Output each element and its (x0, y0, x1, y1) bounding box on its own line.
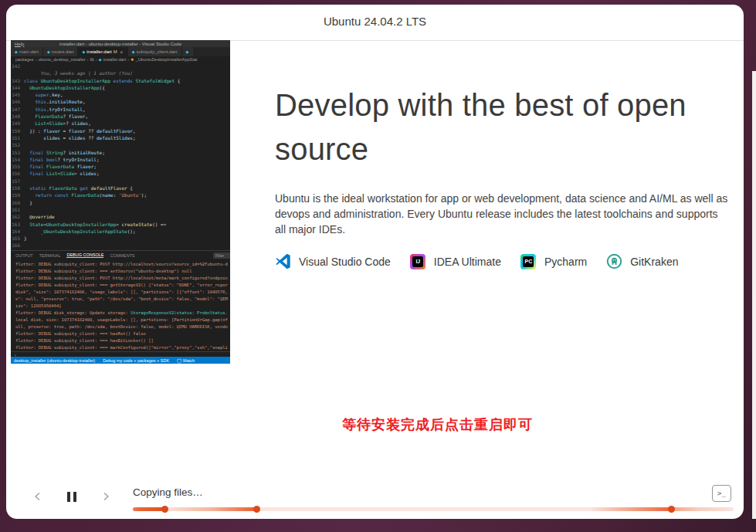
code-line: 143class UbuntuDesktopInstallerApp exten… (11, 77, 230, 84)
console-line: local disk, size: 107374182400, usageLab… (11, 317, 230, 324)
dart-file-icon: ◆ (47, 49, 50, 54)
pause-slideshow-button[interactable] (62, 486, 82, 507)
vscode-tab-main-dart: ◆main.dart (11, 47, 43, 56)
install-progress-bar (133, 507, 734, 511)
terminal-toggle-button[interactable]: >_ (712, 485, 731, 502)
console-filter-input: Filter (213, 252, 230, 259)
panel-tab-debug-console: DEBUG CONSOLE (66, 252, 103, 258)
vscode-code-editor: 142 You, 3 weeks ago | 1 author (You)143… (11, 63, 230, 250)
ide-logo-gitkraken: GitKraken (606, 253, 678, 269)
code-line: 155 final FlavorData flavor; (11, 163, 230, 170)
panel-tab-comments: COMMENTS (110, 253, 134, 258)
progress-dot (253, 506, 260, 513)
vscode-tab-bar: ◆main.dart◆routes.dart◆installer.dartM✕◆… (11, 47, 230, 56)
slide-body-text: Ubuntu is the ideal workstation for app … (275, 191, 731, 237)
vscode-window-title: installer.dart - ubuntu-desktop-installe… (11, 42, 230, 46)
ide-logo-visual-studio-code: Visual Studio Code (275, 253, 391, 269)
console-line: flutter: DEBUG subiquity_client: === get… (11, 282, 230, 289)
install-status-text: Copying files… (133, 486, 203, 498)
vscode-tab-subiquity_client-dart: ◆subiquity_client.dart (128, 47, 182, 56)
code-line: 160 } (11, 199, 230, 206)
code-line: 149 List<Slide>? slides, (11, 120, 230, 127)
ide-logos-row: Visual Studio CodeIJIDEA UltimatePCPycha… (275, 253, 678, 269)
previous-slide-button[interactable] (28, 486, 48, 507)
code-line: 147 this.tryOrInstall, (11, 106, 230, 113)
progress-dot (161, 506, 168, 513)
pause-icon (67, 492, 76, 502)
code-line: 159 return const FlavorData(name: 'Ubunt… (11, 191, 230, 198)
dart-file-icon: ◆ (132, 49, 135, 54)
console-line: flutter: DEBUG subiquity_client: === has… (11, 337, 230, 344)
console-line: ull, preserve: true, path: /dev/sda, boo… (11, 324, 230, 330)
console-line: e": null, "preserve": true, "path": "/de… (11, 296, 230, 303)
vscode-breadcrumb: packages›ubuntu_desktop_installer›lib›◆i… (11, 56, 230, 63)
code-line: 165} (11, 235, 230, 242)
code-line: 154 final bool? tryOrInstall; (11, 156, 230, 163)
code-line: 158 static FlavorData get defaultFlavor … (11, 185, 230, 191)
code-line: 148 FlavorData? flavor, (11, 113, 230, 120)
ide-logo-pycharm: PCPycharm (520, 253, 587, 269)
chevron-right-icon (100, 491, 111, 502)
console-line: flutter: DEBUG subiquity_client: === set… (11, 268, 230, 275)
console-line: flutter: DEBUG subiquity_client: === mar… (11, 344, 230, 351)
code-line: 164 _UbuntuDesktopInstallerAppState(); (11, 228, 230, 235)
gitkraken-icon (606, 253, 622, 269)
next-slide-button[interactable] (96, 486, 116, 507)
console-line: disk", "size": 107374182400, "usage_labe… (11, 289, 230, 296)
code-line: You, 3 weeks ago | 1 author (You) (11, 69, 230, 76)
dart-file-icon: ◆ (15, 49, 18, 54)
background-window-sliver (752, 71, 756, 519)
vscode-tab-installer-dart: ◆installer.dartM✕ (78, 47, 127, 56)
vscode-statusbar: desktop_installer (ubuntu-desktop-instal… (11, 357, 230, 364)
code-line: 157 (11, 178, 230, 185)
vscode-panel-tabs: OUTPUTTERMINALDEBUG CONSOLECOMMENTSFilte… (11, 250, 230, 259)
panel-tab-output: OUTPUT (15, 253, 33, 258)
vscode-tab-routes-dart: ◆routes.dart (43, 47, 79, 56)
restart-annotation: 等待安装完成后点击重启即可 (342, 415, 533, 434)
chevron-left-icon (32, 491, 43, 502)
vscode-debug-console: flutter: DEBUG subiquity_client: POST ht… (11, 261, 230, 351)
code-line: 156 final List<Slide> slides; (11, 170, 230, 177)
page-title: Ubuntu 24.04.2 LTS (6, 15, 744, 28)
vscode-titlebar: Help installer.dart - ubuntu-desktop-ins… (11, 40, 230, 47)
vscode-screenshot: Help installer.dart - ubuntu-desktop-ins… (11, 40, 230, 364)
code-line: 144 UbuntuDesktopInstallerApp({ (11, 84, 230, 91)
code-line: 166 (11, 242, 230, 249)
console-line: flutter: DEBUG subiquity_client: POST ht… (11, 275, 230, 282)
progress-dot (668, 506, 675, 513)
console-line: ize": 12885950464} (11, 303, 230, 310)
console-line: flutter: DEBUG disk_storage: Update stor… (11, 310, 230, 317)
code-line: 162 @override (11, 213, 230, 220)
vscode-tab: ◆ (182, 47, 195, 56)
slide-heading: Develop with the best of open source (275, 83, 732, 171)
code-line: 146 this.initialRoute, (11, 98, 230, 105)
code-line: 142 (11, 63, 230, 69)
terminal-icon: >_ (717, 490, 726, 497)
console-line: flutter: DEBUG subiquity_client: POST ht… (11, 261, 230, 268)
statusbar-item: ◯ Watch (177, 358, 195, 363)
code-line: 150 }) : flavor = flavor ?? defaultFlavo… (11, 127, 230, 134)
panel-tab-terminal: TERMINAL (39, 253, 61, 258)
code-line: 163 State<UbuntuDesktopInstallerApp> cre… (11, 221, 230, 228)
pycharm-icon: PC (520, 253, 537, 269)
dart-file-icon: ◆ (82, 49, 85, 54)
idea-icon: IJ (410, 253, 426, 269)
installer-window: Ubuntu 24.04.2 LTS Help installer.dart -… (6, 5, 744, 519)
code-line: 151 slides = slides ?? defaultSlides; (11, 134, 230, 141)
statusbar-item: Debug my code + packages + SDK (103, 358, 169, 363)
console-line: flutter: DEBUG subiquity_client: === has… (11, 330, 230, 337)
vscode-console-prompt: › (11, 351, 230, 357)
code-line: 161 (11, 206, 230, 213)
code-line: 152 (11, 141, 230, 148)
dart-file-icon: ◆ (186, 49, 189, 54)
statusbar-item: desktop_installer (ubuntu-desktop-instal… (14, 358, 95, 363)
vscode-icon (275, 253, 291, 269)
ide-logo-idea-ultimate: IJIDEA Ultimate (410, 253, 501, 269)
code-line: 145 super.key, (11, 91, 230, 98)
code-line: 153 final String? initialRoute; (11, 149, 230, 156)
window-header: Ubuntu 24.04.2 LTS (6, 5, 744, 40)
